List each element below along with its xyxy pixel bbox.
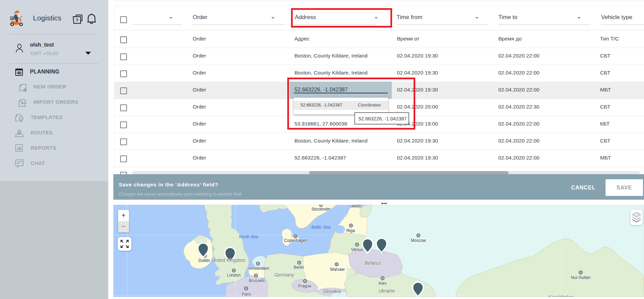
svg-text:?: ? [76,18,78,23]
